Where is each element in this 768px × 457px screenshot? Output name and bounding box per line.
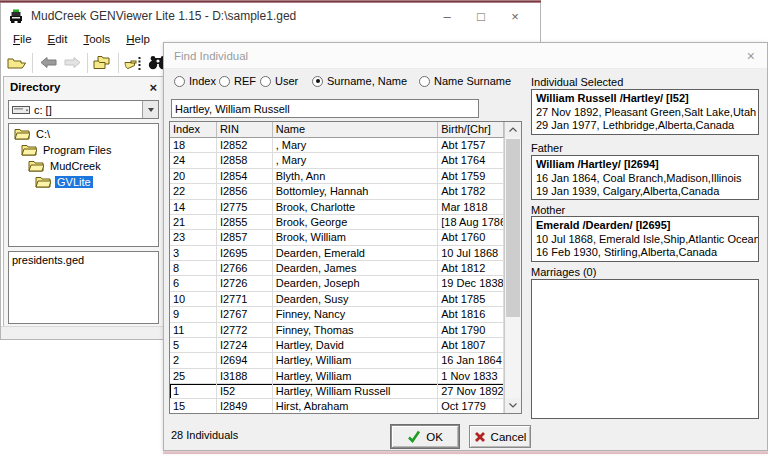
person-name: Emerald /Dearden/ [I2695] (536, 219, 754, 233)
person-name: William Russell /Hartley/ [I52] (536, 92, 754, 106)
radio-user[interactable]: User (260, 75, 298, 87)
drive-selected-value: c: [] (34, 104, 142, 116)
table-row[interactable]: 21I2855Brook, George[18 Aug 1786] (170, 215, 504, 230)
table-row[interactable]: 24I2858, MaryAbt 1764 (170, 153, 504, 168)
tree-item[interactable]: GVLite (9, 174, 158, 190)
table-cell: 16 Jan 1864 (438, 353, 504, 368)
directory-panel-header: Directory × (4, 77, 163, 97)
list-item-ged-file[interactable]: presidents.ged (12, 254, 155, 266)
dialog-titlebar: Find Individual × (164, 43, 767, 69)
table-cell: , Mary (273, 138, 439, 153)
x-icon (474, 431, 486, 443)
table-row[interactable]: 18I2852, MaryAbt 1757 (170, 138, 504, 153)
radio-name-surname[interactable]: Name Surname (419, 75, 511, 87)
scroll-down-icon[interactable] (505, 398, 521, 413)
table-row[interactable]: 2I2694Hartley, William16 Jan 1864 (170, 353, 504, 368)
directory-close-icon[interactable]: × (149, 80, 157, 95)
table-cell: Dearden, Susy (273, 292, 439, 307)
table-cell: 6 (170, 276, 217, 291)
table-cell: Abt 1757 (438, 138, 504, 153)
ok-button[interactable]: OK (391, 425, 459, 448)
bottom-accent-line (163, 451, 768, 454)
maximize-icon[interactable]: □ (464, 3, 498, 29)
table-row[interactable]: 15I2849Hirst, AbrahamOct 1779 (170, 399, 504, 413)
table-row[interactable]: 8I2766Dearden, JamesAbt 1812 (170, 261, 504, 276)
radio-index[interactable]: Index (174, 75, 216, 87)
table-cell: Hartley, William (273, 353, 439, 368)
scrollbar-thumb[interactable] (506, 139, 520, 317)
marriages-box (531, 279, 759, 419)
table-row[interactable]: 20I2854Blyth, AnnAbt 1759 (170, 169, 504, 184)
drive-selector[interactable]: c: [] (8, 100, 159, 119)
dialog-title: Find Individual (174, 50, 248, 62)
table-cell: Abt 1785 (438, 292, 504, 307)
window-controls: – □ × (430, 3, 532, 29)
table-row[interactable]: 10I2771Dearden, SusyAbt 1785 (170, 292, 504, 307)
table-row[interactable]: 25I3188Hartley, William1 Nov 1833 (170, 369, 504, 384)
table-cell: I2772 (217, 323, 273, 338)
menu-file[interactable]: File (5, 33, 40, 45)
tree-item[interactable]: Program Files (9, 142, 158, 158)
folder-icon (28, 160, 44, 172)
folder-icon (21, 144, 37, 156)
table-cell: Brook, William (273, 230, 439, 245)
drive-dropdown-button[interactable] (142, 101, 158, 118)
table-cell: Oct 1779 (438, 399, 504, 413)
column-header-rin[interactable]: RIN (217, 122, 273, 138)
open-ged-folders-icon[interactable] (91, 53, 115, 73)
tree-item[interactable]: MudCreek (9, 158, 158, 174)
close-icon[interactable]: × (498, 3, 532, 29)
open-folder-icon[interactable] (5, 53, 29, 73)
cancel-button-label: Cancel (491, 431, 527, 443)
table-row[interactable]: 3I2695Dearden, Emerald10 Jul 1868 (170, 246, 504, 261)
table-row[interactable]: 5I2724Hartley, DavidAbt 1807 (170, 338, 504, 353)
table-cell: I2849 (217, 399, 273, 413)
folder-icon (14, 128, 30, 140)
individuals-table: Index RIN Name Birth/[Chr] 18I2852, Mary… (169, 121, 522, 414)
table-row[interactable]: 1I52Hartley, William Russell27 Nov 1892 (170, 384, 504, 399)
table-scrollbar[interactable] (504, 122, 521, 413)
radio-label: Surname, Name (327, 75, 407, 87)
column-header-name[interactable]: Name (273, 122, 439, 138)
radio-ref[interactable]: REF (219, 75, 256, 87)
table-cell: 1 Nov 1833 (438, 369, 504, 384)
table-cell: 10 Jul 1868 (438, 246, 504, 261)
table-cell: Abt 1807 (438, 338, 504, 353)
table-cell: Abt 1812 (438, 261, 504, 276)
column-header-birth[interactable]: Birth/[Chr] (438, 122, 504, 138)
menu-edit[interactable]: Edit (40, 33, 76, 45)
dialog-close-icon[interactable]: × (747, 48, 755, 64)
pointing-hand-icon[interactable] (122, 53, 146, 73)
table-row[interactable]: 23I2857Brook, WilliamAbt 1760 (170, 230, 504, 245)
radio-label: REF (234, 75, 256, 87)
individuals-count: 28 Individuals (171, 429, 238, 441)
column-header-index[interactable]: Index (170, 122, 217, 138)
table-cell: 15 (170, 399, 217, 413)
radio-circle-icon (312, 76, 323, 87)
search-mode-radio-group: IndexREFUserSurname, NameName Surname (164, 75, 524, 93)
minimize-icon[interactable]: – (430, 3, 464, 29)
menu-help[interactable]: Help (118, 33, 158, 45)
table-cell: I2854 (217, 169, 273, 184)
table-row[interactable]: 22I2856Bottomley, HannahAbt 1782 (170, 184, 504, 199)
table-cell: Dearden, James (273, 261, 439, 276)
cancel-button[interactable]: Cancel (469, 425, 531, 448)
table-row[interactable]: 9I2767Finney, NancyAbt 1816 (170, 307, 504, 322)
search-input[interactable] (171, 99, 479, 118)
scroll-up-icon[interactable] (505, 122, 521, 137)
table-cell: I3188 (217, 369, 273, 384)
table-row[interactable]: 14I2775Brook, CharlotteMar 1818 (170, 200, 504, 215)
tree-item[interactable]: C:\ (9, 126, 158, 142)
radio-surname-name[interactable]: Surname, Name (312, 75, 407, 87)
back-arrow-icon[interactable] (36, 53, 60, 73)
table-row[interactable]: 6I2726Dearden, Joseph19 Dec 1838 (170, 276, 504, 291)
table-row[interactable]: 11I2772Finney, ThomasAbt 1790 (170, 323, 504, 338)
mother-box: Emerald /Dearden/ [I2695] 10 Jul 1868, E… (531, 216, 759, 262)
mother-label: Mother (531, 204, 759, 216)
radio-label: Name Surname (434, 75, 511, 87)
menu-tools[interactable]: Tools (75, 33, 118, 45)
table-cell: Brook, George (273, 215, 439, 230)
table-cell: 27 Nov 1892 (438, 384, 504, 399)
window-title: MudCreek GENViewer Lite 1.15 - D:\sample… (31, 9, 296, 23)
individual-selected-label: Individual Selected (531, 76, 759, 88)
